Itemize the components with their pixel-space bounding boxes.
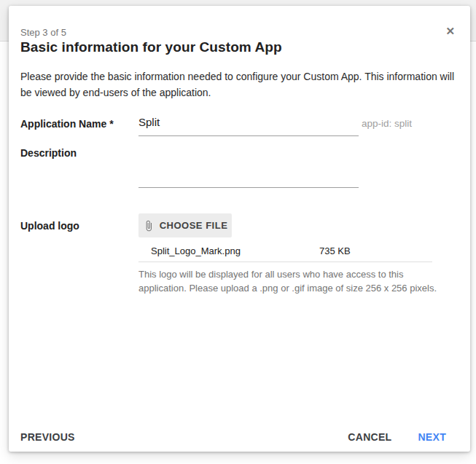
dialog-intro-text: Please provide the basic information nee…: [20, 68, 464, 101]
application-name-input[interactable]: [138, 112, 359, 136]
next-button[interactable]: NEXT: [416, 428, 448, 446]
cancel-button[interactable]: CANCEL: [346, 428, 393, 446]
uploaded-file-row: Split_Logo_Mark.png 735 KB: [138, 240, 432, 262]
description-textarea[interactable]: [138, 141, 359, 188]
choose-file-button[interactable]: CHOOSE FILE: [138, 213, 232, 237]
previous-button[interactable]: PREVIOUS: [19, 428, 77, 446]
dialog-title: Basic information for your Custom App: [20, 39, 282, 55]
step-indicator: Step 3 of 5: [20, 27, 66, 38]
description-label: Description: [20, 147, 77, 159]
app-id-hint: app-id: split: [362, 118, 412, 129]
custom-app-dialog: Step 3 of 5 Basic information for your C…: [9, 6, 470, 452]
upload-helper-text: This logo will be displayed for all user…: [138, 267, 448, 295]
upload-logo-label: Upload logo: [20, 220, 79, 232]
close-icon[interactable]: ✕: [445, 25, 455, 36]
application-name-label: Application Name *: [20, 118, 114, 130]
uploaded-file-size: 735 KB: [319, 245, 351, 256]
uploaded-file-name: Split_Logo_Mark.png: [151, 245, 241, 256]
paperclip-icon: [143, 220, 155, 232]
choose-file-label: CHOOSE FILE: [160, 220, 228, 231]
footer-action-group: CANCEL NEXT: [346, 428, 448, 446]
